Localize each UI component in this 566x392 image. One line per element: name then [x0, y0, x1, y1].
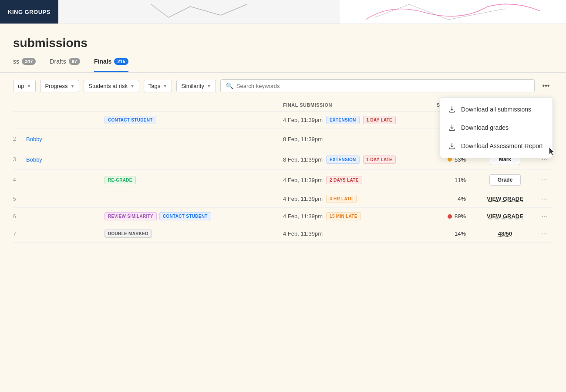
dropdown-download-grades-label: Download grades — [461, 124, 509, 131]
row-similarity: 89% — [422, 213, 475, 220]
submission-date: 4 Feb, 11:39pm — [283, 230, 323, 237]
group-filter[interactable]: up ▼ — [13, 80, 36, 92]
tag-contact-student[interactable]: CONTACT STUDENT — [104, 116, 156, 124]
col-submission-header: FINAL SUBMISSION — [283, 102, 422, 108]
tag-extension: EXTENSION — [326, 116, 360, 124]
progress-filter-arrow: ▼ — [70, 84, 74, 88]
tags-filter[interactable]: Tags ▼ — [144, 80, 172, 92]
tag-contact-student-2[interactable]: CONTACT STUDENT — [159, 212, 211, 220]
row-action: Grade — [475, 174, 536, 186]
tags-filter-label: Tags — [148, 83, 160, 89]
svg-line-1 — [168, 7, 190, 17]
row-num: 6 — [13, 213, 26, 220]
search-input[interactable] — [236, 83, 529, 89]
tag-review-similarity[interactable]: REVIEW SIMILARITY — [104, 212, 157, 220]
download-grades-icon — [448, 124, 456, 132]
svg-line-5 — [409, 4, 448, 20]
dropdown-download-report-label: Download Assessment Report — [461, 142, 543, 149]
row-submission: 4 Feb, 11:39pm — [283, 230, 422, 237]
dropdown-download-report[interactable]: Download Assessment Report — [440, 137, 553, 155]
row-submission: 4 Feb, 11:39pm 15 MIN LATE — [283, 212, 422, 220]
at-risk-filter[interactable]: Students at risk ▼ — [84, 80, 139, 92]
row-submission: 4 Feb, 11:39pm 4 HR LATE — [283, 195, 422, 203]
tab-ss[interactable]: ss 347 — [13, 58, 36, 72]
row-student[interactable]: Bobby — [26, 136, 104, 142]
search-icon: 🔍 — [226, 82, 233, 89]
tag-days-late: 2 DAYS LATE — [326, 176, 362, 184]
similarity-value: 11% — [455, 177, 466, 183]
row-tags: RE-GRADE — [104, 176, 283, 184]
tag-min-late: 15 MIN LATE — [326, 212, 361, 220]
progress-filter-label: Progress — [45, 83, 67, 89]
similarity-filter-arrow: ▼ — [207, 84, 211, 88]
tab-finals-count: 215 — [114, 58, 128, 65]
svg-line-0 — [151, 4, 168, 17]
tag-extension: EXTENSION — [326, 155, 360, 164]
submission-date: 8 Feb, 11:39pm — [283, 156, 323, 163]
row-student[interactable]: Bobby — [26, 156, 104, 163]
row-more-button[interactable]: ··· — [536, 195, 553, 203]
table-row: 7 DOUBLE MARKED 4 Feb, 11:39pm 14% 48/50… — [13, 225, 553, 243]
group-label: KING GROUPS — [0, 0, 58, 24]
row-tags: DOUBLE MARKED — [104, 230, 283, 238]
row-more-button[interactable]: ··· — [536, 230, 553, 238]
tag-regrade[interactable]: RE-GRADE — [104, 176, 136, 184]
row-more-button[interactable]: ··· — [536, 176, 553, 184]
dropdown-download-grades[interactable]: Download grades — [440, 118, 553, 137]
row-submission: 4 Feb, 11:39pm EXTENSION 1 DAY LATE — [283, 116, 422, 124]
view-grade-link-2[interactable]: VIEW GRADE — [487, 213, 523, 220]
submission-date: 4 Feb, 11:39pm — [283, 196, 323, 202]
similarity-filter[interactable]: Similarity ▼ — [176, 80, 216, 92]
row-num: 5 — [13, 196, 26, 202]
tab-ss-count: 347 — [22, 58, 36, 65]
banner-image-left — [58, 0, 340, 24]
table-row: 5 4 Feb, 11:39pm 4 HR LATE 4% VIEW GRADE… — [13, 190, 553, 208]
row-action: 48/50 — [475, 230, 536, 237]
filters-row: up ▼ Progress ▼ Students at risk ▼ Tags … — [0, 73, 566, 99]
search-box[interactable]: 🔍 — [220, 79, 535, 92]
view-grade-link[interactable]: VIEW GRADE — [487, 196, 523, 202]
submission-date: 4 Feb, 11:39pm — [283, 177, 323, 183]
group-filter-arrow: ▼ — [27, 84, 31, 88]
tag-late: 1 DAY LATE — [363, 116, 396, 124]
tab-finals-label: Finals — [94, 58, 111, 65]
tab-ss-label: ss — [13, 58, 19, 65]
similarity-value: 89% — [455, 213, 466, 220]
row-num: 4 — [13, 177, 26, 183]
submission-date: 8 Feb, 11:39pm — [283, 136, 323, 142]
similarity-value: 4% — [458, 196, 466, 202]
row-more-button[interactable]: ··· — [536, 213, 553, 220]
row-submission: 8 Feb, 11:39pm EXTENSION 1 DAY LATE — [283, 155, 422, 164]
row-similarity: 14% — [422, 230, 475, 237]
dropdown-download-all[interactable]: Download all submissions — [440, 100, 553, 118]
at-risk-filter-arrow: ▼ — [130, 84, 135, 88]
tab-drafts[interactable]: Drafts 97 — [50, 58, 80, 72]
tab-drafts-label: Drafts — [50, 58, 66, 65]
page-title-area: submissions — [0, 24, 566, 50]
submission-date: 4 Feb, 11:39pm — [283, 213, 323, 220]
similarity-filter-label: Similarity — [181, 83, 204, 89]
more-options-button[interactable]: ••• — [539, 79, 553, 93]
tag-double-marked[interactable]: DOUBLE MARKED — [104, 230, 152, 238]
grade-score[interactable]: 48/50 — [498, 230, 512, 237]
row-action: VIEW GRADE — [475, 213, 536, 220]
similarity-dot — [448, 214, 452, 219]
row-num: 7 — [13, 231, 26, 237]
cursor-indicator — [548, 148, 556, 157]
page-title: submissions — [13, 36, 553, 50]
row-similarity: 4% — [422, 196, 475, 202]
row-num: 3 — [13, 156, 26, 162]
tab-finals[interactable]: Finals 215 — [94, 58, 128, 72]
banner-image-right — [340, 0, 566, 24]
progress-filter[interactable]: Progress ▼ — [40, 80, 79, 92]
tag-late: 1 DAY LATE — [363, 155, 396, 164]
svg-line-4 — [374, 4, 409, 17]
tab-drafts-count: 97 — [69, 58, 80, 65]
tag-hr-late: 4 HR LATE — [326, 195, 357, 203]
svg-line-6 — [448, 9, 505, 20]
dropdown-menu: Download all submissions Download grades… — [440, 97, 553, 158]
row-tags: CONTACT STUDENT — [104, 116, 283, 124]
grade-button[interactable]: Grade — [489, 174, 521, 186]
table-row: 4 RE-GRADE 4 Feb, 11:39pm 2 DAYS LATE 11… — [13, 170, 553, 190]
group-filter-label: up — [18, 83, 24, 89]
